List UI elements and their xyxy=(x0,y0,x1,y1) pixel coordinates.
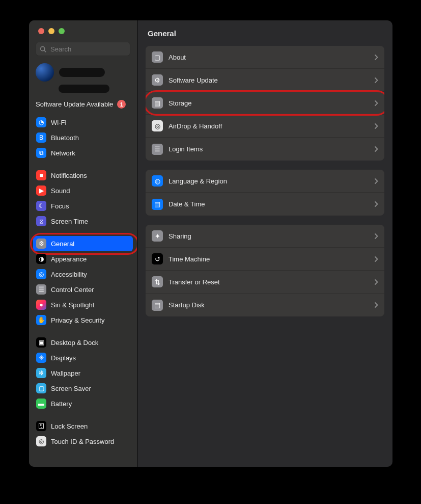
search-field[interactable] xyxy=(36,42,130,56)
gear-icon: ⚙ xyxy=(36,238,46,249)
settings-row-about[interactable]: ▢About xyxy=(146,46,384,69)
settings-panel: ▢About⚙Software Update▤Storage◎AirDrop &… xyxy=(146,46,384,161)
share-icon: ✦ xyxy=(152,230,163,242)
sidebar-item-desktop-dock[interactable]: ▣Desktop & Dock xyxy=(33,335,133,350)
sidebar-item-screen-saver[interactable]: ▢Screen Saver xyxy=(33,381,133,396)
settings-row-sharing[interactable]: ✦Sharing xyxy=(146,225,384,248)
sidebar-item-label: Privacy & Security xyxy=(51,316,104,324)
minimize-window-button[interactable] xyxy=(48,28,54,34)
svg-point-0 xyxy=(41,46,45,50)
sidebar-item-bluetooth[interactable]: BBluetooth xyxy=(33,130,133,145)
sidebar-item-wallpaper[interactable]: ✻Wallpaper xyxy=(33,365,133,381)
apple-id-account[interactable] xyxy=(29,56,137,84)
accessibility-icon: ◎ xyxy=(36,269,46,279)
software-update-label: Software Update Available xyxy=(36,100,113,108)
bluetooth-icon: B xyxy=(36,132,46,143)
page-title: General xyxy=(148,29,382,38)
sidebar-item-touch-id[interactable]: ◎Touch ID & Password xyxy=(33,434,133,449)
sidebar-item-label: Bluetooth xyxy=(51,134,79,142)
sidebar-item-wifi[interactable]: ◔Wi-Fi xyxy=(33,115,133,130)
lock-icon: ⚿ xyxy=(36,421,46,431)
wifi-icon: ◔ xyxy=(36,117,46,127)
row-label: About xyxy=(169,54,369,61)
sidebar-item-siri[interactable]: ●Siri & Spotlight xyxy=(33,297,133,312)
software-update-available[interactable]: Software Update Available 1 xyxy=(29,93,137,113)
settings-row-airdrop[interactable]: ◎AirDrop & Handoff xyxy=(146,115,384,138)
settings-panel: ◍Language & Region▤Date & Time xyxy=(146,170,384,216)
zoom-window-button[interactable] xyxy=(59,28,65,34)
transfer-icon: ⇅ xyxy=(152,276,163,287)
list-icon: ☰ xyxy=(152,144,163,155)
chevron-right-icon xyxy=(375,233,378,239)
chevron-right-icon xyxy=(375,55,378,60)
settings-row-date-time[interactable]: ▤Date & Time xyxy=(146,193,384,216)
drive-icon: ▤ xyxy=(152,97,163,109)
sidebar-item-label: Wallpaper xyxy=(51,369,80,377)
update-count-badge: 1 xyxy=(117,100,126,109)
sidebar-item-accessibility[interactable]: ◎Accessibility xyxy=(33,267,133,282)
hourglass-icon: ⧖ xyxy=(36,216,46,226)
sidebar: Software Update Available 1 ◔Wi-FiBBluet… xyxy=(29,20,137,467)
flower-icon: ✻ xyxy=(36,368,46,378)
chevron-right-icon xyxy=(375,256,378,262)
sidebar-item-appearance[interactable]: ◑Appearance xyxy=(33,251,133,267)
sidebar-item-label: Lock Screen xyxy=(51,422,88,430)
row-label: Language & Region xyxy=(169,177,369,185)
row-label: Date & Time xyxy=(169,200,369,208)
settings-row-transfer[interactable]: ⇅Transfer or Reset xyxy=(146,271,384,294)
settings-row-time-machine[interactable]: ↺Time Machine xyxy=(146,248,384,271)
settings-row-language[interactable]: ◍Language & Region xyxy=(146,170,384,193)
settings-row-startup-disk[interactable]: ▤Startup Disk xyxy=(146,294,384,316)
search-input[interactable] xyxy=(49,45,137,54)
sidebar-item-general[interactable]: ⚙General xyxy=(33,236,133,251)
sidebar-nav: ◔Wi-FiBBluetooth⧉Network■Notifications▶S… xyxy=(29,113,137,467)
globe-icon: ◍ xyxy=(152,175,163,187)
sidebar-item-lock-screen[interactable]: ⚿Lock Screen xyxy=(33,418,133,434)
content-pane: General ▢About⚙Software Update▤Storage◎A… xyxy=(137,20,392,467)
display-icon: ▢ xyxy=(152,51,163,63)
settings-row-software-update[interactable]: ⚙Software Update xyxy=(146,69,384,92)
sidebar-item-label: Siri & Spotlight xyxy=(51,301,94,309)
switches-icon: ☰ xyxy=(36,284,46,295)
siri-icon: ● xyxy=(36,300,46,310)
sidebar-item-label: Sound xyxy=(51,187,70,195)
disk-icon: ▤ xyxy=(152,300,163,311)
sidebar-item-label: Screen Time xyxy=(51,218,88,225)
sidebar-item-label: Network xyxy=(51,149,75,157)
sidebar-item-network[interactable]: ⧉Network xyxy=(33,145,133,161)
row-label: Software Update xyxy=(169,76,369,84)
chevron-right-icon xyxy=(375,123,378,129)
sidebar-item-privacy[interactable]: ✋Privacy & Security xyxy=(33,312,133,328)
settings-row-storage[interactable]: ▤Storage xyxy=(146,92,384,115)
chevron-right-icon xyxy=(375,302,378,308)
account-avatar xyxy=(36,63,54,82)
sidebar-item-control-center[interactable]: ☰Control Center xyxy=(33,282,133,297)
row-label: Login Items xyxy=(169,145,369,153)
close-window-button[interactable] xyxy=(38,28,44,34)
svg-line-1 xyxy=(44,50,46,51)
window-controls xyxy=(29,20,137,34)
sidebar-item-label: Control Center xyxy=(51,286,94,294)
content-header: General xyxy=(137,20,392,44)
row-label: Time Machine xyxy=(169,255,369,263)
appearance-icon: ◑ xyxy=(36,254,46,264)
calendar-icon: ▤ xyxy=(152,199,163,210)
sidebar-item-screen-time[interactable]: ⧖Screen Time xyxy=(33,214,133,229)
row-label: Startup Disk xyxy=(169,301,369,309)
dock-icon: ▣ xyxy=(36,337,46,348)
sidebar-item-label: Desktop & Dock xyxy=(51,339,98,347)
sidebar-item-focus[interactable]: ☾Focus xyxy=(33,198,133,214)
sidebar-item-displays[interactable]: ☀Displays xyxy=(33,350,133,365)
airdrop-icon: ◎ xyxy=(152,120,163,131)
sidebar-item-battery[interactable]: ▬Battery xyxy=(33,396,133,411)
sidebar-item-notifications[interactable]: ■Notifications xyxy=(33,168,133,183)
settings-panels: ▢About⚙Software Update▤Storage◎AirDrop &… xyxy=(137,44,392,325)
moon-icon: ☾ xyxy=(36,201,46,211)
sidebar-item-label: Displays xyxy=(51,354,76,362)
bell-icon: ■ xyxy=(36,170,46,180)
sidebar-item-sound[interactable]: ▶Sound xyxy=(33,183,133,198)
sidebar-item-label: Touch ID & Password xyxy=(51,438,114,445)
settings-row-login-items[interactable]: ☰Login Items xyxy=(146,138,384,161)
sidebar-item-label: Appearance xyxy=(51,255,87,263)
battery-icon: ▬ xyxy=(36,399,46,409)
